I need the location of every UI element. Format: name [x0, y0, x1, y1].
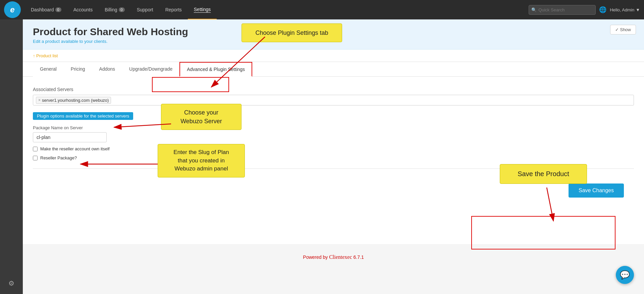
topnav-right: 🔍 🌐 Hello, Admin ▼: [529, 5, 640, 15]
content-area: Associated Servers × server1.yourhosting…: [23, 77, 644, 244]
nav-reports[interactable]: Reports: [159, 0, 188, 19]
settings-gear-icon[interactable]: ⚙: [8, 279, 14, 287]
reseller-package-checkbox[interactable]: [33, 156, 38, 160]
dashboard-badge: 0: [55, 7, 61, 12]
tabs-area: General Pricing Addons Upgrade/Downgrade…: [23, 62, 644, 77]
server-tag-input[interactable]: × server1.yourhosting.com (webuzo): [33, 95, 634, 105]
package-name-label: Package Name on Server: [33, 125, 634, 130]
nav-accounts[interactable]: Accounts: [67, 0, 99, 19]
chat-bubble[interactable]: 💬: [616, 266, 634, 284]
package-name-input[interactable]: [33, 132, 107, 142]
reseller-package-row: Reseller Package?: [33, 155, 634, 160]
server-tag-text: server1.yourhosting.com (webuzo): [42, 98, 109, 103]
main-content: Product for Shared Web Hosting Edit a pr…: [23, 19, 644, 294]
nav-settings[interactable]: Settings: [188, 0, 217, 19]
associated-servers-label: Associated Servers: [33, 87, 634, 92]
nav-support[interactable]: Support: [131, 0, 159, 19]
quick-search-input[interactable]: [529, 5, 596, 15]
globe-icon[interactable]: 🌐: [599, 6, 606, 13]
search-wrapper: 🔍: [529, 5, 596, 15]
tab-general[interactable]: General: [33, 62, 64, 77]
page-title: Product for Shared Web Hosting: [33, 26, 634, 38]
nav-links: Dashboard 0 Accounts Billing 0 Support R…: [25, 0, 529, 19]
search-icon: 🔍: [531, 7, 537, 12]
billing-badge: 0: [119, 7, 125, 12]
footer: Powered by Clientexec 6.7.1: [23, 244, 644, 270]
breadcrumb-product-list[interactable]: ↑ Product list: [33, 53, 58, 58]
save-button-wrapper: Save Changes: [33, 177, 634, 204]
tab-pricing[interactable]: Pricing: [64, 62, 92, 77]
tab-advanced-plugin-settings[interactable]: Advanced & Plugin Settings: [179, 62, 252, 77]
save-changes-button[interactable]: Save Changes: [569, 183, 624, 198]
tab-addons[interactable]: Addons: [92, 62, 122, 77]
reseller-package-label: Reseller Package?: [40, 155, 77, 160]
breadcrumb-area: ↑ Product list: [23, 50, 644, 62]
sidebar: ⚙: [0, 19, 23, 294]
page-subtitle: Edit a product available to your clients…: [33, 39, 634, 44]
page-header: Product for Shared Web Hosting Edit a pr…: [23, 19, 644, 50]
layout: ⚙ Product for Shared Web Hosting Edit a …: [0, 19, 644, 294]
version-text: 6.7.1: [354, 254, 364, 260]
nav-billing[interactable]: Billing 0: [99, 0, 130, 19]
reseller-account-checkbox[interactable]: [33, 147, 38, 151]
nav-dashboard[interactable]: Dashboard 0: [25, 0, 67, 19]
brand-name: Clientexec: [329, 254, 353, 260]
show-button[interactable]: ✓ Show: [610, 25, 636, 34]
powered-by-text: Powered by: [303, 254, 328, 260]
reseller-account-row: Make the reseller account own itself: [33, 146, 634, 151]
tag-remove-icon[interactable]: ×: [38, 98, 41, 102]
server-tag: × server1.yourhosting.com (webuzo): [36, 97, 111, 104]
plugin-options-badge: Plugin options available for the selecte…: [33, 112, 133, 120]
reseller-account-label: Make the reseller account own itself: [40, 146, 110, 151]
logo[interactable]: e: [4, 1, 21, 18]
admin-dropdown[interactable]: Hello, Admin ▼: [610, 7, 640, 12]
tab-upgrade-downgrade[interactable]: Upgrade/Downgrade: [122, 62, 179, 77]
top-navigation: e Dashboard 0 Accounts Billing 0 Support…: [0, 0, 644, 19]
logo-text: e: [10, 5, 14, 14]
divider: [33, 168, 634, 169]
